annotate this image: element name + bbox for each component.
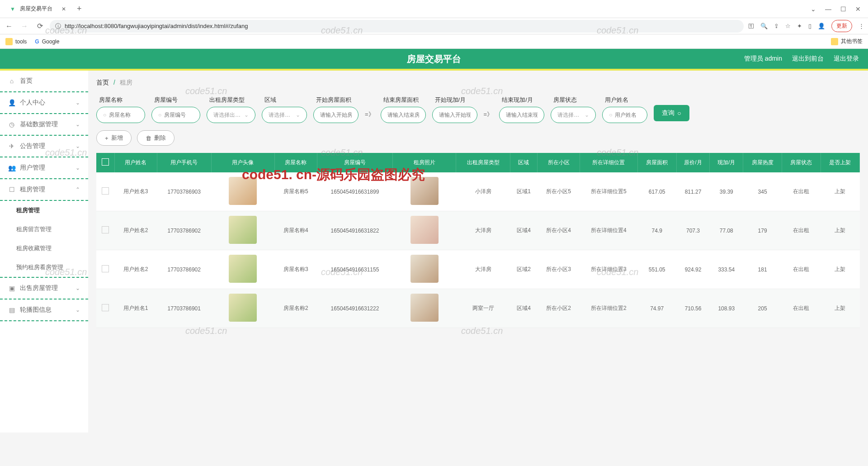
bookmark-google[interactable]: G Google: [35, 38, 59, 45]
sidebar-subitems-rent: 租房管理 租房留言管理 租房收藏管理 预约租房看房管理: [0, 201, 88, 277]
delete-button[interactable]: 🗑删除: [137, 130, 175, 146]
browser-tab-bar: ▼ 房屋交易平台 ✕ + ⌄ — ☐ ✕: [0, 0, 868, 18]
search-icon: ○: [158, 112, 161, 118]
profile-icon[interactable]: 👤: [818, 23, 825, 29]
sidebar-item-sale[interactable]: ▣出售房屋管理 ⌄: [0, 277, 88, 300]
extensions-icon[interactable]: ✦: [797, 23, 802, 29]
cell-avatar: [211, 289, 274, 328]
sidebar-item-home[interactable]: ⌂首页: [0, 71, 88, 92]
cell-photo: [393, 250, 456, 289]
cell-heat: 205: [743, 289, 782, 328]
sidebar-item-notice[interactable]: ✈公告管理 ⌄: [0, 136, 88, 157]
table-row: 用户姓名1 17703786901 房屋名称2 1650454916631222…: [96, 289, 860, 328]
end-price-input[interactable]: [499, 107, 544, 123]
cell-area: 74.9: [637, 211, 676, 250]
chevron-down-icon: ⌄: [585, 112, 589, 118]
cell-house-no: 1650454916631899: [317, 172, 392, 211]
users-icon: 👥: [8, 164, 15, 171]
sidebar-item-basic-data[interactable]: ◷基础数据管理 ⌄: [0, 114, 88, 136]
url-text: http://localhost:8080/fangwujiaoyipingta…: [65, 23, 248, 29]
add-button[interactable]: +新增: [96, 130, 132, 146]
cell-house-name: 房屋名称3: [274, 250, 317, 289]
cell-region: 区域4: [510, 211, 537, 250]
sidebar-item-label: 基础数据管理: [20, 120, 58, 128]
row-checkbox[interactable]: [96, 211, 114, 250]
bookmark-other[interactable]: 其他书签: [831, 38, 863, 45]
share-icon[interactable]: ⇪: [774, 23, 779, 29]
cell-photo: [393, 211, 456, 250]
close-window-icon[interactable]: ✕: [855, 5, 861, 13]
trash-icon: 🗑: [146, 135, 151, 142]
forward-icon[interactable]: →: [19, 22, 30, 30]
house-name-input[interactable]: ○: [96, 107, 145, 123]
cell-type: 两室一厅: [456, 289, 510, 328]
sidebar-item-rent[interactable]: ☐租房管理 ⌃: [0, 179, 88, 201]
exit-front-link[interactable]: 退出到前台: [792, 55, 824, 63]
maximize-icon[interactable]: ☐: [840, 5, 846, 13]
back-icon[interactable]: ←: [4, 22, 14, 30]
app-header: 房屋交易平台 管理员 admin 退出到前台 退出登录: [0, 49, 868, 71]
end-area-input[interactable]: [381, 107, 426, 123]
sidebar-item-carousel[interactable]: ▤轮播图信息 ⌄: [0, 300, 88, 321]
cell-heat: 345: [743, 172, 782, 211]
label-end-price: 结束现加/月: [499, 96, 544, 104]
row-checkbox[interactable]: [96, 172, 114, 211]
user-name-input[interactable]: ○: [602, 107, 647, 123]
checkbox-header[interactable]: [96, 153, 114, 172]
sidebar-item-rent-favorite[interactable]: 租房收藏管理: [0, 239, 88, 258]
update-button[interactable]: 更新: [831, 20, 852, 32]
house-no-input[interactable]: ○: [151, 107, 200, 123]
select-placeholder: 请选择出租房屋类型: [213, 111, 244, 119]
house-photo: [410, 177, 439, 205]
panel-icon[interactable]: ▯: [808, 23, 811, 29]
chevron-down-icon[interactable]: ⌄: [811, 5, 816, 13]
reload-icon[interactable]: ⟳: [34, 22, 45, 30]
sidebar-item-rent-appointment[interactable]: 预约租房看房管理: [0, 258, 88, 277]
zoom-icon[interactable]: 🔍: [760, 23, 768, 29]
exit-login-link[interactable]: 退出登录: [834, 55, 859, 63]
select-placeholder: 请选择区域: [269, 111, 295, 119]
data-table: 用户姓名 用户手机号 用户头像 房屋名称 房屋编号 租房照片 出租房屋类型 区域…: [96, 153, 860, 328]
cell-status: 在出租: [782, 211, 821, 250]
col-photo: 租房照片: [393, 153, 456, 172]
star-icon[interactable]: ☆: [785, 23, 791, 29]
select-placeholder: 请选择房屋状态: [557, 111, 584, 119]
close-icon[interactable]: ✕: [61, 6, 66, 12]
cell-photo: [393, 289, 456, 328]
url-input[interactable]: ⓘ http://localhost:8080/fangwujiaoyiping…: [50, 20, 744, 33]
new-tab-icon[interactable]: +: [77, 4, 82, 14]
start-area-input[interactable]: [313, 107, 359, 123]
cell-house-name: 房屋名称4: [274, 211, 317, 250]
query-button[interactable]: 查询○: [654, 105, 689, 121]
label-rent-type: 出租房屋类型: [207, 96, 255, 104]
cell-status: 在出租: [782, 289, 821, 328]
browser-tab[interactable]: ▼ 房屋交易平台 ✕: [4, 2, 71, 16]
col-location: 所在详细位置: [580, 153, 637, 172]
label-region: 区域: [262, 96, 307, 104]
row-checkbox[interactable]: [96, 289, 114, 328]
bookmark-tools[interactable]: tools: [5, 38, 27, 45]
sidebar-item-rent-manage[interactable]: 租房管理: [0, 201, 88, 220]
breadcrumb-home[interactable]: 首页: [96, 79, 109, 86]
avatar-image: [229, 177, 257, 205]
cell-phone: 17703786903: [157, 172, 211, 211]
house-status-select[interactable]: 请选择房屋状态⌄: [551, 107, 596, 123]
vite-icon: ▼: [9, 5, 16, 13]
start-price-input[interactable]: [432, 107, 477, 123]
rent-type-select[interactable]: 请选择出租房屋类型⌄: [207, 107, 255, 123]
region-select[interactable]: 请选择区域⌄: [262, 107, 307, 123]
range-separator: =》: [365, 110, 374, 123]
cell-area: 551.05: [637, 250, 676, 289]
menu-icon[interactable]: ⋮: [859, 23, 864, 29]
label-start-area: 开始房屋面积: [313, 96, 359, 104]
sidebar-item-rent-message[interactable]: 租房留言管理: [0, 220, 88, 239]
row-checkbox[interactable]: [96, 250, 114, 289]
range-separator: =》: [484, 110, 493, 123]
chevron-down-icon: ⌄: [296, 112, 300, 118]
minimize-icon[interactable]: —: [825, 5, 831, 13]
cell-house-name: 房屋名称2: [274, 289, 317, 328]
sidebar-item-personal[interactable]: 👤个人中心 ⌄: [0, 92, 88, 114]
sidebar-item-users[interactable]: 👥用户管理 ⌄: [0, 157, 88, 179]
admin-label: 管理员 admin: [744, 55, 782, 63]
key-icon[interactable]: ⚿: [748, 23, 754, 29]
